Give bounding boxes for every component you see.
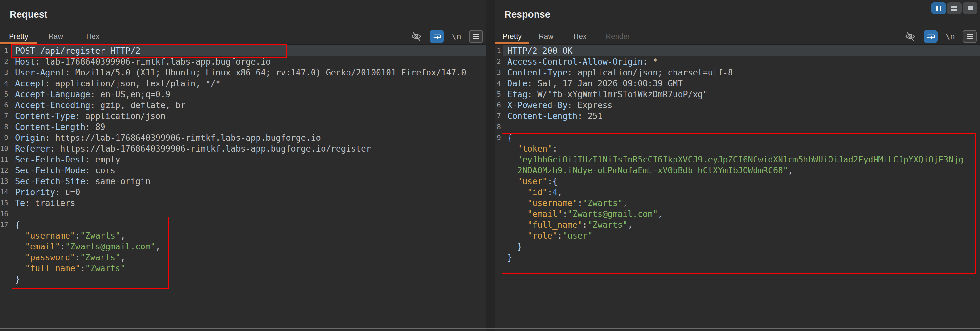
- code-line: 5Etag: W/"fb-xYgWmtl1mrSToiWkzDmR7uoP/xg…: [495, 89, 980, 100]
- code-line: 14Priority: u=0: [0, 187, 485, 198]
- request-tabbar: PrettyRawHex \: [0, 29, 486, 45]
- code-line: 6X-Powered-By: Express: [495, 100, 980, 111]
- code-line: 8: [495, 122, 980, 132]
- layout-switcher: [931, 2, 977, 14]
- newline-chars-icon[interactable]: \n: [945, 32, 955, 41]
- single-layout-icon: [967, 6, 973, 10]
- tab-render: Render: [597, 29, 639, 44]
- code-line: 4Accept: application/json, text/plain, *…: [0, 78, 485, 89]
- code-line: 4Date: Sat, 17 Jan 2026 09:00:39 GMT: [495, 78, 980, 89]
- columns-layout-button[interactable]: [931, 2, 946, 14]
- tab-hex[interactable]: Hex: [563, 29, 597, 44]
- code-line: 7Content-Length: 251: [495, 111, 980, 122]
- menu-icon[interactable]: [469, 30, 483, 43]
- tab-raw[interactable]: Raw: [529, 29, 563, 44]
- annotation-box-response-body: [501, 133, 975, 274]
- code-line: 1HTTP/2 200 OK: [495, 45, 980, 56]
- newline-chars-icon[interactable]: \n: [452, 32, 461, 41]
- tab-pretty[interactable]: Pretty: [0, 29, 37, 44]
- code-line: 7Content-Type: application/json: [0, 111, 485, 122]
- request-editor-toolbar: \n: [410, 29, 483, 44]
- request-title: Request: [10, 9, 48, 20]
- word-wrap-icon[interactable]: [430, 30, 444, 43]
- code-line: 8Content-Length: 89: [0, 122, 485, 132]
- code-line: 9Origin: https://lab-1768640399906-rimtk…: [0, 132, 485, 143]
- tab-raw[interactable]: Raw: [37, 29, 74, 44]
- code-line: 3Content-Type: application/json; charset…: [495, 67, 980, 78]
- response-editor-toolbar: \n: [904, 29, 977, 44]
- code-line: 3User-Agent: Mozilla/5.0 (X11; Ubuntu; L…: [0, 67, 485, 78]
- word-wrap-icon[interactable]: [924, 30, 938, 43]
- menu-icon[interactable]: [963, 30, 977, 43]
- eye-off-icon[interactable]: [904, 31, 916, 41]
- annotation-box-request-line: [11, 44, 287, 58]
- tab-hex[interactable]: Hex: [74, 29, 111, 44]
- code-line: 6Accept-Encoding: gzip, deflate, br: [0, 100, 485, 111]
- panel-splitter[interactable]: [486, 0, 495, 331]
- response-tabbar: PrettyRawHexRender: [495, 29, 980, 45]
- window-bottom-border: [0, 328, 980, 329]
- code-line: 10Referer: https://lab-1768640399906-rim…: [0, 143, 485, 154]
- rows-layout-icon: [951, 6, 957, 11]
- code-line: 15Te: trailers: [0, 198, 485, 209]
- annotation-box-request-body: [11, 217, 169, 289]
- code-line: 13Sec-Fetch-Site: same-origin: [0, 176, 485, 187]
- code-line: 5Accept-Language: en-US,en;q=0.9: [0, 89, 485, 100]
- gutter-divider: [11, 45, 11, 328]
- http-message-editor: Request PrettyRawHex: [0, 0, 980, 331]
- code-line: 12Sec-Fetch-Mode: cors: [0, 165, 485, 176]
- code-line: 11Sec-Fetch-Dest: empty: [0, 154, 485, 165]
- rows-layout-button[interactable]: [947, 2, 962, 14]
- tab-pretty[interactable]: Pretty: [495, 29, 529, 44]
- single-layout-button[interactable]: [963, 2, 977, 14]
- code-line: 2Access-Control-Allow-Origin: *: [495, 56, 980, 67]
- eye-off-icon[interactable]: [410, 31, 422, 41]
- response-title: Response: [504, 9, 550, 20]
- columns-layout-icon: [937, 6, 938, 11]
